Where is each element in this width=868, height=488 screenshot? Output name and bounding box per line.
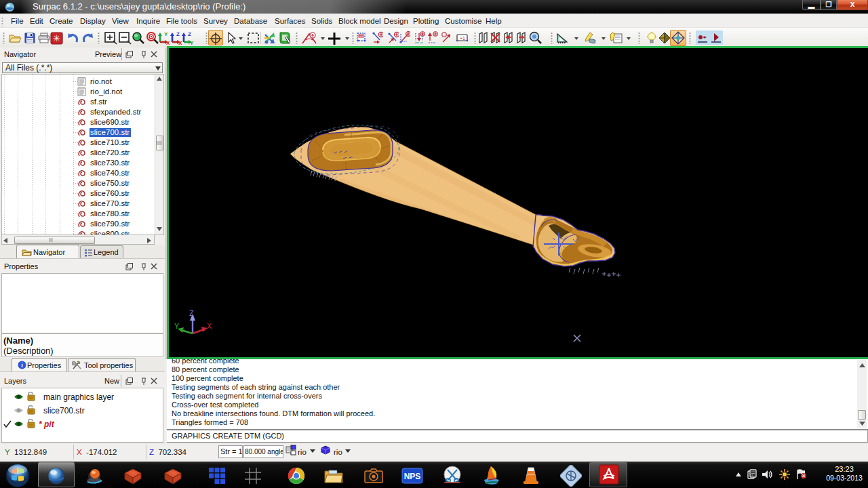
- svg-text:Y: Y: [174, 322, 180, 330]
- svg-text:X: X: [207, 322, 212, 330]
- svg-text:Z: Z: [176, 31, 180, 37]
- svg-text:✳: ✳: [53, 33, 60, 43]
- svg-text:Z: Z: [188, 31, 191, 37]
- svg-text:Z: Z: [189, 309, 194, 317]
- svg-text:+1: +1: [460, 36, 465, 41]
- svg-text:Y: Y: [164, 31, 168, 37]
- svg-text:i: i: [21, 362, 23, 369]
- svg-text:Y: Y: [190, 40, 194, 45]
- svg-text:NPS: NPS: [404, 472, 421, 481]
